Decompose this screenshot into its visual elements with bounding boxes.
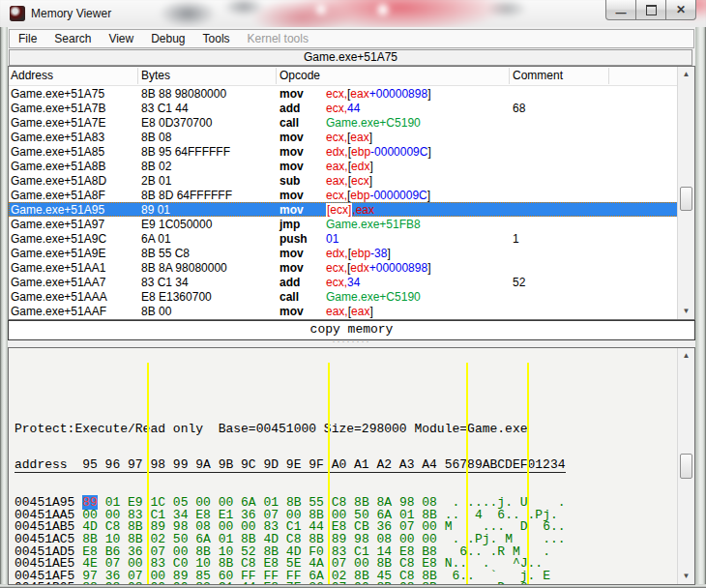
disasm-row[interactable]: Game.exe+51A7EE8 0D370700callGame.exe+C5… — [9, 115, 678, 130]
disasm-row[interactable]: Game.exe+51A9589 01mov[ecx],eax — [9, 202, 678, 217]
disasm-row[interactable]: Game.exe+51AAF8B 00moveax,[eax] — [9, 304, 678, 318]
splitter-handle[interactable]: ········ — [8, 339, 695, 347]
scroll-down-icon[interactable]: ▼ — [678, 572, 694, 581]
disasm-row[interactable]: Game.exe+51A838B 08movecx,[eax] — [9, 130, 678, 144]
disasm-row[interactable]: Game.exe+51A8D2B 01subeax,[ecx] — [9, 173, 678, 188]
column-header-opcode[interactable]: Opcode — [279, 69, 320, 82]
hex-row[interactable]: 00451B05 88 98 08 00 00 83 C1 44 E8 7E 3… — [15, 582, 678, 584]
disassembly-rows: Game.exe+51A758B 88 98080000movecx,[eax+… — [9, 86, 678, 319]
column-header-comment[interactable]: Comment — [513, 69, 563, 82]
region-info-line: Protect:Execute/Read only Base=00451000 … — [15, 424, 678, 436]
disassembly-panel: AddressBytesOpcodeComment Game.exe+51A75… — [8, 66, 695, 320]
column-header-bytes[interactable]: Bytes — [141, 69, 170, 82]
column-divider[interactable] — [276, 68, 277, 84]
window-controls: — ✕ — [606, 0, 696, 20]
column-divider[interactable] — [608, 68, 609, 84]
window-border-left — [0, 27, 8, 588]
minimize-icon: — — [616, 7, 627, 18]
disasm-row[interactable]: Game.exe+51A9C6A 01push011 — [9, 231, 678, 246]
menu-item-tools[interactable]: Tools — [194, 31, 239, 46]
maximize-button[interactable] — [635, 0, 666, 20]
disasm-row[interactable]: Game.exe+51A97E9 1C050000jmpGame.exe+51F… — [9, 217, 678, 231]
disasm-row[interactable]: Game.exe+51AA18B 8A 98080000movecx,[edx+… — [9, 260, 678, 275]
scrollbar-thumb[interactable] — [680, 454, 692, 479]
column-header-address[interactable]: Address — [11, 69, 53, 82]
disassembly-scrollbar[interactable]: ▲ ▼ — [677, 67, 694, 319]
disasm-row[interactable]: Game.exe+51A758B 88 98080000movecx,[eax+… — [9, 86, 678, 101]
disasm-row[interactable]: Game.exe+51AA783 C1 34addecx,3452 — [9, 275, 678, 289]
memory-viewer-window: Memory Viewer — ✕ FileSearchViewDebugToo… — [0, 0, 706, 588]
title-bar[interactable]: Memory Viewer — ✕ — [0, 0, 706, 27]
menu-item-kernel-tools: Kernel tools — [239, 31, 317, 46]
hexview-content: Protect:Execute/Read only Base=00451000 … — [9, 348, 678, 584]
current-address-bar: Game.exe+51A75 — [9, 49, 692, 66]
app-icon — [10, 6, 25, 21]
minimize-button[interactable]: — — [605, 0, 636, 20]
scroll-up-icon[interactable]: ▲ — [678, 351, 694, 361]
menu-item-file[interactable]: File — [10, 31, 45, 46]
disasm-row[interactable]: Game.exe+51AAAE8 E1360700callGame.exe+C5… — [9, 289, 678, 304]
menu-item-view[interactable]: View — [100, 31, 142, 46]
column-divider[interactable] — [509, 68, 510, 84]
disasm-row[interactable]: Game.exe+51A7B83 C1 44addecx,4468 — [9, 101, 678, 115]
hex-rows: 00451A95 89 01 E9 1C 05 00 00 6A 01 8B 5… — [15, 497, 678, 584]
disasm-row[interactable]: Game.exe+51A9E8B 55 C8movedx,[ebp-38] — [9, 246, 678, 260]
window-title: Memory Viewer — [31, 7, 111, 20]
maximize-icon — [646, 5, 657, 15]
column-divider[interactable] — [137, 68, 138, 84]
disasm-row[interactable]: Game.exe+51A8F8B 8D 64FFFFFFmovecx,[ebp-… — [9, 188, 678, 202]
disassembly-column-header: AddressBytesOpcodeComment — [9, 67, 678, 86]
scroll-down-icon[interactable]: ▼ — [678, 307, 694, 316]
hex-column-header: address 95 96 97 98 99 9A 9B 9C 9D 9E 9F… — [15, 459, 678, 473]
hexview-panel: Protect:Execute/Read only Base=00451000 … — [8, 347, 695, 585]
disasm-row[interactable]: Game.exe+51A858B 95 64FFFFFFmovedx,[ebp-… — [9, 144, 678, 159]
window-border-right — [695, 27, 706, 588]
hexview-scrollbar[interactable]: ▲ ▼ — [677, 348, 694, 584]
disasm-row[interactable]: Game.exe+51A8B8B 02moveax,[edx] — [9, 159, 678, 173]
menu-item-debug[interactable]: Debug — [142, 31, 193, 46]
scrollbar-thumb[interactable] — [680, 187, 692, 211]
menu-item-search[interactable]: Search — [45, 31, 100, 46]
menu-bar: FileSearchViewDebugToolsKernel tools — [9, 29, 694, 48]
scroll-up-icon[interactable]: ▲ — [678, 70, 694, 79]
close-icon: ✕ — [676, 3, 686, 16]
close-button[interactable]: ✕ — [665, 0, 696, 20]
